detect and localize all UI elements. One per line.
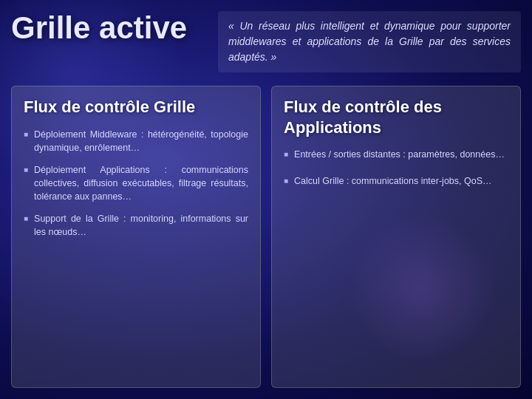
quote-text: « Un réseau plus intelligent et dynamiqu… [228,18,511,65]
title-section: Grille active [11,11,203,45]
bullet-text: Entrées / sorties distantes : paramètres… [294,148,505,161]
list-item: ■ Entrées / sorties distantes : paramètr… [284,148,508,161]
page-title: Grille active [11,11,203,45]
bullet-text: Support de la Grille : monitoring, infor… [34,212,248,239]
right-panel-title: Flux de contrôle des Applications [284,97,508,137]
bullet-text: Calcul Grille : communications inter-job… [294,174,491,188]
panels-container: Flux de contrôle Grille ■ Déploiement Mi… [11,86,521,388]
right-panel-list: ■ Entrées / sorties distantes : paramètr… [284,148,508,188]
left-panel: Flux de contrôle Grille ■ Déploiement Mi… [11,86,261,388]
list-item: ■ Déploiement Middleware : hétérogénéité… [24,128,248,154]
header: Grille active « Un réseau plus intellige… [11,11,521,72]
bullet-text: Déploiement Applications : communication… [34,163,248,203]
main-container: Grille active « Un réseau plus intellige… [0,0,532,399]
list-item: ■ Calcul Grille : communications inter-j… [284,174,508,188]
left-panel-list: ■ Déploiement Middleware : hétérogénéité… [24,128,248,239]
right-panel: Flux de contrôle des Applications ■ Entr… [271,86,521,388]
list-item: ■ Support de la Grille : monitoring, inf… [24,212,248,239]
bullet-text: Déploiement Middleware : hétérogénéité, … [34,128,248,154]
quote-section: « Un réseau plus intelligent et dynamiqu… [218,11,521,72]
list-item: ■ Déploiement Applications : communicati… [24,163,248,203]
left-panel-title: Flux de contrôle Grille [24,97,248,117]
